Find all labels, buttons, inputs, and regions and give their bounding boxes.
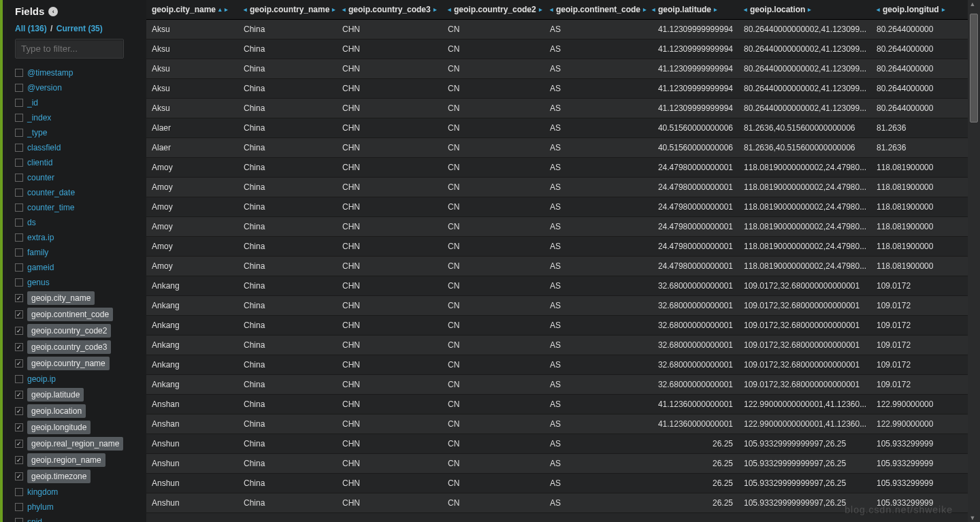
column-header[interactable]: ◂geoip.location▸ (738, 0, 871, 19)
field-item[interactable]: geoip.timezone (15, 468, 140, 485)
move-right-icon[interactable]: ▸ (434, 6, 437, 13)
field-checkbox[interactable] (15, 294, 23, 302)
table-row[interactable]: AnshunChinaCHNCNAS26.25105.9332999999999… (146, 454, 980, 474)
field-checkbox[interactable] (15, 174, 23, 182)
field-checkbox[interactable] (15, 488, 23, 496)
field-tag[interactable]: geoip.country_code2 (27, 324, 111, 338)
column-header[interactable]: ◂geoip.country_name▸ (238, 0, 337, 19)
field-checkbox[interactable] (15, 203, 23, 212)
field-item[interactable]: geoip.country_name (15, 355, 140, 372)
field-checkbox[interactable] (15, 407, 23, 415)
field-item[interactable]: snid (15, 515, 140, 522)
field-checkbox[interactable] (15, 233, 23, 242)
field-name[interactable]: gameid (27, 261, 54, 274)
field-checkbox[interactable] (15, 310, 23, 319)
table-row[interactable]: AmoyChinaCHNCNAS24.47980000000001118.081… (146, 178, 980, 197)
field-checkbox[interactable] (15, 144, 23, 152)
move-left-icon[interactable]: ◂ (244, 6, 247, 13)
move-right-icon[interactable]: ▸ (714, 6, 717, 13)
field-checkbox[interactable] (15, 456, 23, 464)
move-left-icon[interactable]: ◂ (342, 6, 346, 13)
field-checkbox[interactable] (15, 440, 23, 448)
field-item[interactable]: geoip.real_region_name (15, 436, 140, 452)
table-row[interactable]: AmoyChinaCHNCNAS24.47980000000001118.081… (146, 257, 980, 276)
field-tag[interactable]: geoip.country_name (27, 357, 110, 370)
field-item[interactable]: geoip.country_code3 (15, 339, 140, 355)
field-item[interactable]: geoip.latitude (15, 387, 140, 403)
move-right-icon[interactable]: ▸ (225, 6, 228, 13)
table-row[interactable]: AnshanChinaCHNCNAS41.12360000000001122.9… (146, 395, 980, 414)
table-row[interactable]: AnshunChinaCHNCNAS26.25105.9332999999999… (146, 493, 980, 513)
field-item[interactable]: gameid (15, 260, 140, 275)
move-right-icon[interactable]: ▸ (942, 6, 945, 13)
move-left-icon[interactable]: ◂ (744, 6, 747, 13)
move-right-icon[interactable]: ▸ (332, 6, 336, 13)
field-name[interactable]: _type (27, 127, 47, 139)
field-filter-input[interactable] (15, 39, 124, 59)
move-left-icon[interactable]: ◂ (652, 6, 655, 13)
field-item[interactable]: family (15, 245, 140, 260)
field-checkbox[interactable] (15, 472, 23, 480)
scroll-up-icon[interactable]: ▲ (969, 0, 976, 8)
table-row[interactable]: AksuChinaCHNCNAS41.1230999999999480.2644… (146, 59, 980, 79)
field-item[interactable]: geoip.city_name (15, 290, 140, 306)
field-name[interactable]: family (27, 246, 48, 259)
field-checkbox[interactable] (15, 84, 23, 92)
field-item[interactable]: _type (15, 125, 140, 140)
field-item[interactable]: genus (15, 275, 140, 290)
field-item[interactable]: ds (15, 215, 140, 230)
table-row[interactable]: AlaerChinaCHNCNAS40.5156000000000681.263… (146, 138, 980, 158)
field-item[interactable]: geoip.longitude (15, 419, 140, 436)
field-item[interactable]: geoip.continent_code (15, 306, 140, 323)
table-row[interactable]: AksuChinaCHNCNAS41.1230999999999480.2644… (146, 20, 980, 39)
table-row[interactable]: AnkangChinaCHNCNAS32.68000000000001109.0… (146, 296, 980, 316)
move-right-icon[interactable]: ▸ (808, 6, 811, 13)
field-name[interactable]: @version (27, 82, 62, 94)
field-item[interactable]: geoip.ip (15, 372, 140, 387)
field-item[interactable]: _index (15, 110, 140, 125)
field-checkbox[interactable] (15, 278, 23, 287)
field-checkbox[interactable] (15, 327, 23, 335)
field-name[interactable]: counter (27, 172, 54, 184)
field-checkbox[interactable] (15, 518, 23, 522)
field-item[interactable]: phylum (15, 500, 140, 515)
field-item[interactable]: geoip.country_code2 (15, 323, 140, 339)
field-tag[interactable]: geoip.location (27, 404, 86, 418)
field-item[interactable]: @timestamp (15, 65, 140, 80)
field-checkbox[interactable] (15, 248, 23, 257)
field-item[interactable]: @version (15, 80, 140, 95)
field-name[interactable]: snid (27, 516, 42, 522)
field-checkbox[interactable] (15, 69, 23, 77)
field-item[interactable]: counter_date (15, 185, 140, 200)
field-name[interactable]: geoip.ip (27, 373, 56, 385)
field-tag[interactable]: geoip.country_code3 (27, 340, 111, 354)
field-item[interactable]: counter (15, 170, 140, 185)
field-checkbox[interactable] (15, 391, 23, 399)
field-checkbox[interactable] (15, 375, 23, 383)
table-row[interactable]: AnshanChinaCHNCNAS41.12360000000001122.9… (146, 414, 980, 434)
field-checkbox[interactable] (15, 129, 23, 137)
sort-asc-icon[interactable]: ▴ (218, 6, 222, 13)
field-tag[interactable]: geoip.latitude (27, 388, 84, 402)
column-header[interactable]: ◂geoip.country_code3▸ (337, 0, 442, 19)
field-checkbox[interactable] (15, 114, 23, 122)
table-row[interactable]: AnshunChinaCHNCNAS26.25105.9332999999999… (146, 474, 980, 493)
field-name[interactable]: counter_date (27, 186, 75, 199)
table-row[interactable]: AmoyChinaCHNCNAS24.47980000000001118.081… (146, 158, 980, 178)
field-name[interactable]: kingdom (27, 486, 58, 498)
field-checkbox[interactable] (15, 263, 23, 272)
column-header[interactable]: ◂geoip.longitud▸ (871, 0, 960, 19)
field-name[interactable]: extra.ip (27, 231, 54, 244)
field-checkbox[interactable] (15, 99, 23, 107)
column-header[interactable]: ◂geoip.continent_code▸ (544, 0, 647, 19)
collapse-icon[interactable]: ‹ (48, 7, 58, 16)
table-row[interactable]: AnkangChinaCHNCNAS32.68000000000001109.0… (146, 355, 980, 375)
table-row[interactable]: AnkangChinaCHNCNAS32.68000000000001109.0… (146, 276, 980, 296)
field-item[interactable]: clientid (15, 155, 140, 170)
table-row[interactable]: AksuChinaCHNCNAS41.1230999999999480.2644… (146, 99, 980, 118)
field-name[interactable]: counter_time (27, 201, 74, 214)
current-fields-link[interactable]: Current (35) (56, 24, 103, 33)
field-checkbox[interactable] (15, 343, 23, 351)
field-checkbox[interactable] (15, 359, 23, 368)
field-tag[interactable]: geoip.timezone (27, 470, 91, 483)
